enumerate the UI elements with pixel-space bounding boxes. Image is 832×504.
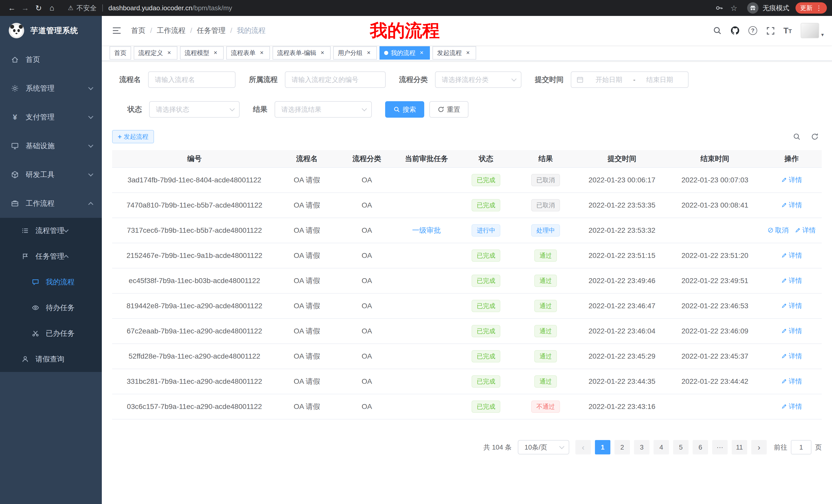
tab-process-definition[interactable]: 流程定义× (134, 46, 177, 60)
filter-label: 所属流程 (249, 75, 278, 85)
cell-name: OA 请假 (277, 344, 337, 369)
sidebar-item-workflow[interactable]: 工作流程 (0, 189, 102, 218)
page-button[interactable]: 1 (595, 440, 610, 454)
browser-forward-button[interactable]: → (19, 1, 32, 15)
breadcrumb-item[interactable]: 首页 (131, 26, 146, 35)
detail-link[interactable]: 详情 (781, 327, 802, 335)
detail-link[interactable]: 详情 (795, 226, 816, 235)
sidebar-item-task-mgmt[interactable]: 任务管理 (0, 244, 102, 269)
sidebar-item-todo-tasks[interactable]: 待办任务 (0, 295, 102, 320)
refresh-icon[interactable] (811, 133, 818, 141)
close-icon[interactable]: × (165, 49, 173, 57)
cell-id: 03c6c157-7b9a-11ec-a290-acde48001122 (112, 394, 277, 419)
close-icon[interactable]: × (418, 49, 425, 57)
column-header: 结束时间 (669, 150, 761, 167)
next-page-button[interactable]: › (751, 440, 767, 454)
sidebar-item-infra[interactable]: 基础设施 (0, 132, 102, 160)
detail-link[interactable]: 详情 (781, 402, 802, 411)
tab-my-process[interactable]: 我的流程× (380, 46, 430, 60)
tab-home[interactable]: 首页 (109, 46, 131, 60)
detail-link[interactable]: 详情 (781, 377, 802, 386)
show-search-icon[interactable] (793, 133, 801, 141)
tab-process-form[interactable]: 流程表单× (226, 46, 270, 60)
browser-back-button[interactable]: ← (5, 1, 19, 15)
sidebar-item-process-mgmt[interactable]: 流程管理 (0, 218, 102, 244)
status-select[interactable]: 请选择状态 (149, 101, 240, 118)
close-icon[interactable]: × (319, 49, 326, 57)
cell-category: OA (337, 193, 397, 218)
breadcrumb-item[interactable]: 工作流程 (157, 26, 186, 35)
cell-submit-time: 2022-01-22 23:45:29 (575, 344, 669, 369)
cancel-link[interactable]: 取消 (768, 226, 788, 235)
reset-button[interactable]: 重置 (430, 101, 468, 118)
detail-link[interactable]: 详情 (781, 301, 802, 310)
tab-user-group[interactable]: 用户分组× (333, 46, 377, 60)
breadcrumb-item[interactable]: 任务管理 (197, 26, 226, 35)
process-name-input[interactable] (148, 72, 235, 88)
tab-start-process[interactable]: 发起流程× (433, 46, 476, 60)
hamburger-icon[interactable] (110, 26, 123, 35)
page-button[interactable]: 6 (693, 440, 708, 454)
app-logo[interactable]: 芋道管理系统 (0, 16, 102, 45)
more-pages-button[interactable]: ··· (712, 440, 728, 454)
font-size-icon[interactable]: TT (783, 27, 792, 34)
browser-update-button[interactable]: 更新 ⋮ (796, 2, 827, 13)
cell-submit-time: 2022-01-22 23:49:46 (575, 268, 669, 293)
category-select[interactable]: 请选择流程分类 (435, 72, 521, 88)
browser-menu-icon[interactable]: ⋮ (815, 4, 822, 12)
page-button[interactable]: 4 (654, 440, 669, 454)
browser-home-button[interactable]: ⌂ (45, 1, 59, 15)
close-icon[interactable]: × (212, 49, 219, 57)
table-row: 52ffd28e-7b9a-11ec-a290-acde48001122 OA … (112, 344, 822, 369)
github-icon[interactable] (730, 26, 740, 35)
sidebar-item-payment[interactable]: ¥ 支付管理 (0, 103, 102, 132)
filter-submit-time: 提交时间 开始日期 - 结束日期 (535, 72, 688, 88)
tab-process-model[interactable]: 流程模型× (180, 46, 224, 60)
help-icon[interactable]: ? (749, 26, 757, 35)
user-menu[interactable]: ▾ (801, 23, 824, 38)
security-warning-label[interactable]: 不安全 (77, 4, 97, 12)
sidebar-item-done-tasks[interactable]: 已办任务 (0, 320, 102, 346)
fullscreen-icon[interactable] (766, 26, 775, 35)
column-header: 当前审批任务 (397, 150, 457, 167)
detail-link[interactable]: 详情 (781, 201, 802, 209)
search-icon[interactable] (713, 26, 722, 35)
detail-link[interactable]: 详情 (781, 175, 802, 185)
page-button[interactable]: 2 (615, 440, 630, 454)
detail-link[interactable]: 详情 (781, 276, 802, 285)
task-link[interactable]: 一级审批 (412, 226, 441, 234)
page-button[interactable]: 11 (732, 440, 747, 454)
close-icon[interactable]: × (464, 49, 471, 57)
close-icon[interactable]: × (365, 49, 372, 57)
sidebar-item-leave-query[interactable]: 请假查询 (0, 346, 102, 372)
prev-page-button[interactable]: ‹ (575, 440, 591, 454)
list-icon (21, 227, 30, 234)
page-button[interactable]: 3 (634, 440, 649, 454)
close-icon[interactable]: × (258, 49, 265, 57)
result-select[interactable]: 请选择流结果 (275, 101, 372, 118)
address-bar[interactable]: ⚠ 不安全 dashboard.yudao.iocoder.cn/bpm/tas… (63, 1, 707, 15)
process-definition-input[interactable] (285, 72, 386, 88)
cell-name: OA 请假 (277, 193, 337, 218)
tab-process-form-edit[interactable]: 流程表单-编辑× (272, 46, 331, 60)
search-button[interactable]: 搜索 (385, 101, 424, 118)
address-separator (102, 4, 103, 11)
browser-reload-button[interactable]: ↻ (32, 1, 45, 15)
start-process-button[interactable]: + 发起流程 (112, 130, 154, 143)
password-key-icon[interactable] (715, 4, 723, 12)
cell-submit-time: 2022-01-22 23:51:15 (575, 243, 669, 268)
column-header: 编号 (112, 150, 277, 167)
sidebar-item-my-process[interactable]: 我的流程 (0, 269, 102, 295)
sidebar-item-devtools[interactable]: 研发工具 (0, 160, 102, 189)
goto-page-input[interactable] (791, 440, 811, 454)
page-size-select[interactable]: 10条/页 (518, 440, 569, 454)
page-button[interactable]: 5 (673, 440, 688, 454)
bookmark-star-icon[interactable]: ☆ (730, 4, 737, 12)
tags-view: 首页 流程定义× 流程模型× 流程表单× 流程表单-编辑× 用户分组× 我的流程… (102, 45, 832, 61)
detail-link[interactable]: 详情 (781, 251, 802, 260)
date-range-picker[interactable]: 开始日期 - 结束日期 (571, 72, 688, 88)
sidebar-item-system[interactable]: 系统管理 (0, 74, 102, 103)
breadcrumb-current: 我的流程 (237, 26, 266, 35)
sidebar-item-home[interactable]: 首页 (0, 45, 102, 74)
detail-link[interactable]: 详情 (781, 352, 802, 361)
